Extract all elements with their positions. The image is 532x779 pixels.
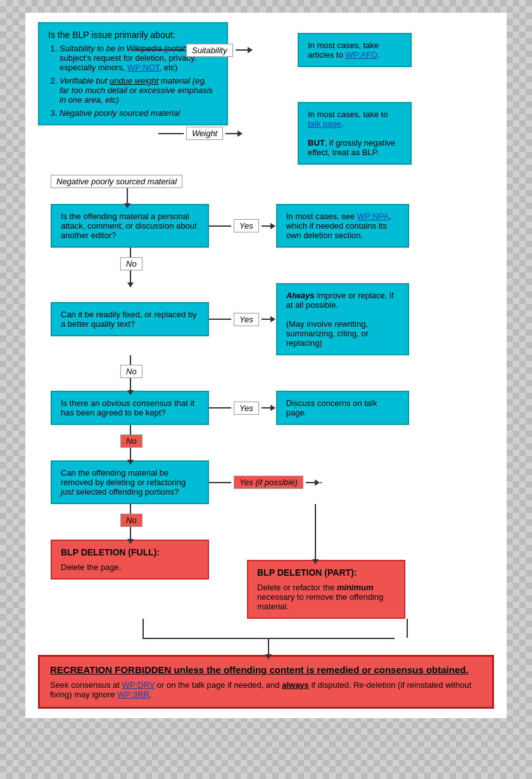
- yes-label-4: Yes (if possible): [234, 476, 303, 489]
- yes-label-1: Yes: [234, 219, 259, 232]
- recreation-box: RECREATION FORBIDDEN unless the offendin…: [38, 655, 494, 709]
- afd-box: In most cases, take articles to WP:AFD.: [298, 33, 412, 67]
- q4-box: Is there an obvious consensus that it ha…: [51, 391, 209, 425]
- q2-box: Is the offending material a personal att…: [51, 204, 209, 248]
- full-del-box: BLP DELETION (FULL): Delete the page.: [51, 540, 209, 580]
- discuss-box: Discuss concerns on talk page.: [276, 391, 409, 425]
- no-label-4: No: [120, 514, 142, 527]
- part-del-body: Delete or refactor the minimum necessary…: [257, 583, 395, 611]
- wp-afd-link[interactable]: WP:AFD: [345, 50, 377, 60]
- improve-box: Always improve or replace, if at all pos…: [276, 283, 409, 355]
- recreation-body: Seek consensus at WP:DRV or on the talk …: [50, 680, 482, 699]
- q3-box: Can it be readily fixed, or replaced by …: [51, 302, 209, 336]
- start-box: Is the BLP issue primarily about: Suitab…: [38, 22, 228, 125]
- start-item-2: Verifiable but undue weight material (eg…: [60, 76, 218, 104]
- suitability-label: Suitability: [186, 44, 233, 57]
- q5-box: Can the offending material be removed by…: [51, 460, 209, 504]
- full-del-title: BLP DELETION (FULL):: [61, 547, 199, 557]
- part-del-title: BLP DELETION (PART):: [257, 567, 395, 578]
- weight-label: Weight: [186, 127, 223, 140]
- wp-drv-link[interactable]: WP:DRV: [122, 680, 155, 690]
- no-label-3: No: [120, 434, 142, 448]
- npa-box: In most cases, see WP:NPA, which if need…: [276, 204, 409, 248]
- talk-box-1: In most cases, take to talk page. BUT, i…: [298, 102, 412, 165]
- no-label-1: No: [120, 257, 142, 270]
- talk-page-link-1[interactable]: talk page: [308, 119, 341, 129]
- flowchart-wrapper: Is the BLP issue primarily about: Suitab…: [25, 13, 507, 718]
- wp-not-link[interactable]: WP:NOT: [127, 63, 160, 72]
- no-label-2: No: [120, 365, 142, 378]
- wp-npa-link[interactable]: WP:NPA: [357, 212, 389, 221]
- wp-3rr-link[interactable]: WP:3RR: [117, 690, 149, 699]
- part-del-box: BLP DELETION (PART): Delete or refactor …: [247, 560, 405, 619]
- start-item-3: Negative poorly sourced material: [60, 108, 218, 118]
- yes-label-3: Yes: [234, 402, 259, 415]
- recreation-title: RECREATION FORBIDDEN unless the offendin…: [50, 664, 482, 675]
- yes-label-2: Yes: [234, 313, 259, 326]
- full-del-body: Delete the page.: [61, 562, 199, 572]
- neg-label: Negative poorly sourced material: [51, 175, 182, 188]
- start-question: Is the BLP issue primarily about:: [48, 30, 218, 40]
